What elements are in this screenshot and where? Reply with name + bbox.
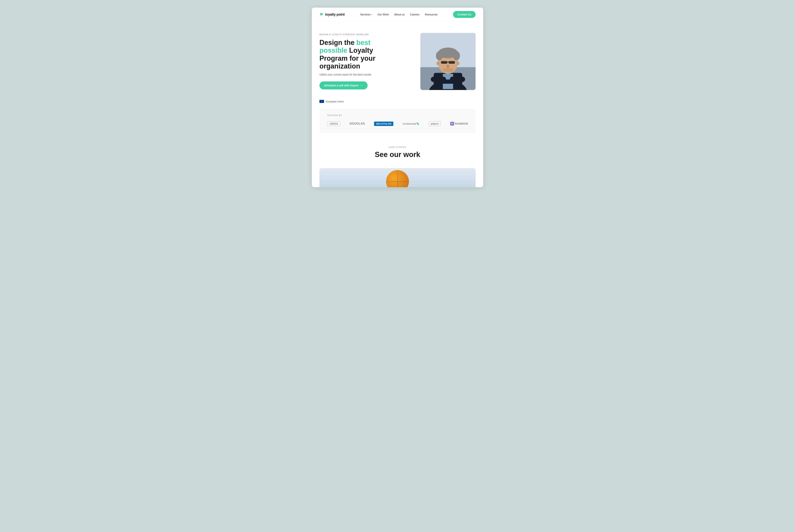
cta-label: Schedule a call with Expert	[324, 84, 358, 87]
svg-point-18	[442, 68, 454, 72]
hero-heading: Design the best possible Loyalty Program…	[319, 39, 400, 70]
hero-heading-plain: Design the	[319, 39, 356, 46]
case-studies-section: CASE STUDIES See our work	[312, 137, 483, 165]
brand-rainbow: R RAINBOW	[450, 120, 468, 127]
nav-link-services[interactable]: Services ▾	[360, 13, 372, 16]
continental-logo: Continental🦎	[403, 122, 419, 125]
brand-pepco: pepco	[429, 120, 441, 127]
hero-image	[420, 33, 476, 90]
svg-rect-14	[441, 61, 447, 64]
pepco-logo: pepco	[429, 121, 441, 126]
eu-flag-icon: ★	[319, 100, 324, 103]
nav-item-resources[interactable]: Resources	[425, 13, 438, 16]
hero-text-block: DESIGN & LOYALTY STRATEGY MODELING Desig…	[319, 34, 400, 90]
case-studies-heading: See our work	[319, 151, 476, 159]
contact-us-button[interactable]: Contact Us	[453, 11, 476, 18]
rainbow-r-icon: R	[450, 122, 454, 126]
nav-link-resources[interactable]: Resources	[425, 13, 438, 16]
svg-point-13	[456, 61, 459, 65]
svg-rect-21	[438, 79, 458, 84]
brand-decathlon: DECATHLON	[374, 120, 393, 127]
hero-person-image	[420, 33, 476, 90]
trusted-label: TRUSTED BY	[327, 114, 468, 116]
nav-link-about-us[interactable]: About us	[394, 13, 405, 16]
brand-ikea: ◁IKEA	[327, 120, 340, 127]
ikea-logo: ◁IKEA	[327, 121, 340, 126]
brand-douglas: DOUGLAS	[350, 120, 365, 127]
chevron-down-icon: ▾	[371, 14, 372, 16]
nav-item-our-work[interactable]: Our Work	[377, 13, 389, 16]
hero-subtext: Utilize your current stack for the best …	[319, 73, 400, 76]
svg-point-10	[436, 51, 443, 60]
logo-icon	[319, 12, 323, 17]
hero-eyebrow: DESIGN & LOYALTY STRATEGY MODELING	[319, 34, 400, 36]
decathlon-logo: DECATHLON	[374, 121, 393, 126]
trusted-section-wrapper: TRUSTED BY ◁IKEA DOUGLAS DECATHLON Conti…	[312, 109, 483, 137]
svg-rect-15	[448, 61, 455, 64]
rainbow-logo: R RAINBOW	[450, 122, 468, 126]
page-wrapper: loyalty point Services ▾ Our Work About …	[312, 7, 483, 187]
nav-links: Services ▾ Our Work About us Careers Res…	[360, 13, 438, 16]
nav-item-services[interactable]: Services ▾	[360, 13, 372, 16]
nav-item-about-us[interactable]: About us	[394, 13, 405, 16]
svg-point-11	[453, 51, 460, 60]
nav-item-careers[interactable]: Careers	[410, 13, 420, 16]
logo-link[interactable]: loyalty point	[319, 12, 345, 17]
svg-rect-16	[447, 62, 449, 62]
brand-logos: ◁IKEA DOUGLAS DECATHLON Continental🦎 pep…	[327, 120, 468, 127]
navbar: loyalty point Services ▾ Our Work About …	[312, 7, 483, 21]
eu-text: European Union	[326, 100, 344, 103]
svg-rect-0	[321, 14, 321, 14]
basketball-preview	[319, 168, 476, 187]
logo-text: loyalty point	[325, 13, 345, 17]
svg-rect-1	[321, 14, 322, 14]
schedule-call-button[interactable]: Schedule a call with Expert →	[319, 81, 368, 90]
svg-rect-2	[322, 14, 322, 14]
trusted-section: TRUSTED BY ◁IKEA DOUGLAS DECATHLON Conti…	[319, 109, 476, 133]
brand-continental: Continental🦎	[403, 120, 419, 127]
nav-link-our-work[interactable]: Our Work	[377, 13, 389, 16]
svg-point-12	[437, 61, 440, 65]
svg-point-17	[447, 65, 449, 68]
basketball-icon	[386, 170, 409, 187]
case-studies-eyebrow: CASE STUDIES	[319, 146, 476, 148]
nav-link-careers[interactable]: Careers	[410, 13, 420, 16]
arrow-icon: →	[360, 84, 363, 87]
douglas-logo: DOUGLAS	[350, 122, 365, 126]
eu-badge: ★ European Union	[312, 98, 483, 109]
hero-section: DESIGN & LOYALTY STRATEGY MODELING Desig…	[312, 21, 483, 98]
